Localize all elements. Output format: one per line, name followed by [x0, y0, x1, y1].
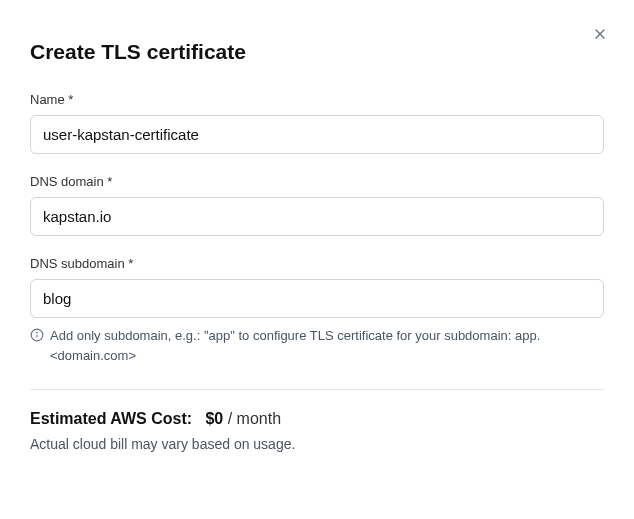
- cost-unit: / month: [223, 410, 281, 427]
- cost-label: Estimated AWS Cost:: [30, 410, 192, 427]
- dialog-container: Create TLS certificate Name * DNS domain…: [0, 0, 634, 482]
- name-field-group: Name *: [30, 92, 604, 154]
- dns-domain-input[interactable]: [30, 197, 604, 236]
- subdomain-helper-text: Add only subdomain, e.g.: "app" to confi…: [50, 326, 604, 365]
- svg-point-4: [37, 332, 38, 333]
- name-label: Name *: [30, 92, 604, 107]
- cost-note: Actual cloud bill may vary based on usag…: [30, 436, 604, 452]
- page-title: Create TLS certificate: [30, 40, 604, 64]
- cost-amount: $0: [205, 410, 223, 427]
- subdomain-helper: Add only subdomain, e.g.: "app" to confi…: [30, 326, 604, 365]
- dns-subdomain-label: DNS subdomain *: [30, 256, 604, 271]
- dns-subdomain-input[interactable]: [30, 279, 604, 318]
- close-button[interactable]: [590, 24, 610, 44]
- close-icon: [592, 26, 608, 42]
- dns-subdomain-field-group: DNS subdomain * Add only subdomain, e.g.…: [30, 256, 604, 365]
- name-input[interactable]: [30, 115, 604, 154]
- estimated-cost-row: Estimated AWS Cost: $0 / month: [30, 410, 604, 428]
- section-divider: [30, 389, 604, 390]
- dns-domain-label: DNS domain *: [30, 174, 604, 189]
- dns-domain-field-group: DNS domain *: [30, 174, 604, 236]
- info-icon: [30, 328, 44, 342]
